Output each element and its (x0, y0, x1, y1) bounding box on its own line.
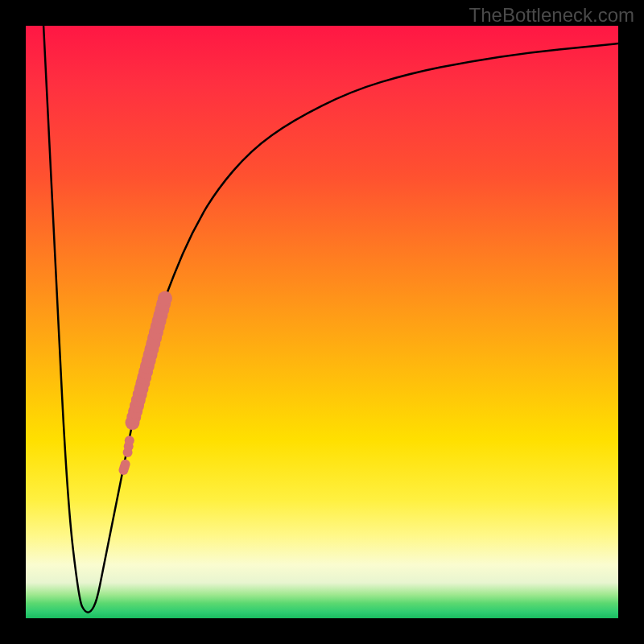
highlight-dot (121, 460, 130, 469)
bottleneck-curve (43, 26, 618, 613)
chart-svg (26, 26, 618, 618)
highlight-dot (125, 436, 134, 445)
watermark-text: TheBottleneck.com (469, 4, 634, 27)
highlight-dot (158, 291, 172, 306)
highlight-markers (118, 291, 172, 475)
plot-area (26, 26, 618, 618)
